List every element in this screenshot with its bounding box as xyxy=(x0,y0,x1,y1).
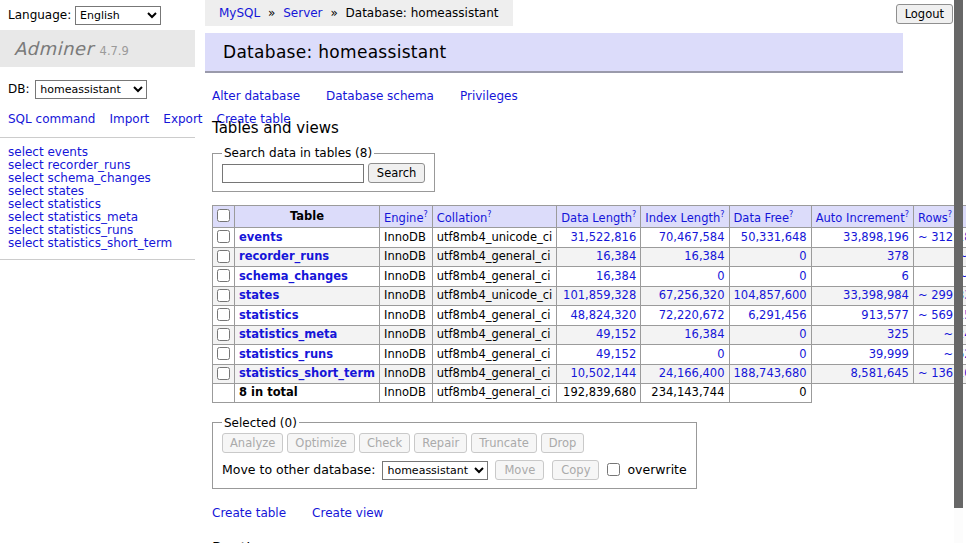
column-header-link-rows[interactable]: Rows xyxy=(918,211,948,225)
data-length-link[interactable]: 101,859,328 xyxy=(563,288,636,302)
repair-button[interactable]: Repair xyxy=(414,433,467,453)
breadcrumb-link-mysql[interactable]: MySQL xyxy=(219,6,260,20)
help-icon[interactable]: ? xyxy=(905,210,909,219)
table-link-states[interactable]: states xyxy=(239,288,279,302)
move-database-select[interactable]: homeassistant xyxy=(382,461,488,480)
table-link-statistics-short-term[interactable]: statistics_short_term xyxy=(239,366,375,380)
data-free-link[interactable]: 50,331,648 xyxy=(741,230,807,244)
data-length-link[interactable]: 10,502,144 xyxy=(570,366,636,380)
help-icon[interactable]: ? xyxy=(720,210,724,219)
breadcrumb-link-server[interactable]: Server xyxy=(283,6,322,20)
index-length-link[interactable]: 16,384 xyxy=(684,327,724,341)
data-length-link[interactable]: 16,384 xyxy=(596,269,636,283)
row-select-cell xyxy=(213,306,235,326)
scrollbar-thumb[interactable] xyxy=(954,0,963,508)
data-length-link[interactable]: 48,824,320 xyxy=(570,308,636,322)
data-length-link[interactable]: 49,152 xyxy=(596,347,636,361)
row-select-cell xyxy=(213,364,235,384)
copy-button[interactable]: Copy xyxy=(552,460,599,480)
footer-link-create-view[interactable]: Create view xyxy=(312,506,383,520)
row-checkbox[interactable] xyxy=(217,367,230,380)
analyze-button[interactable]: Analyze xyxy=(222,433,283,453)
column-header-link-data-free[interactable]: Data Free xyxy=(734,211,790,225)
data-length-link[interactable]: 31,522,816 xyxy=(570,230,636,244)
row-checkbox[interactable] xyxy=(217,230,230,243)
auto-increment-link[interactable]: 913,577 xyxy=(861,308,909,322)
sidebar-link-select-statistics-short-term[interactable]: select statistics_short_term xyxy=(8,237,187,250)
auto-increment-link[interactable]: 6 xyxy=(902,269,909,283)
help-icon[interactable]: ? xyxy=(423,210,427,219)
auto-increment-link[interactable]: 325 xyxy=(887,327,909,341)
index-length-link[interactable]: 0 xyxy=(717,269,724,283)
auto-increment-link[interactable]: 8,581,645 xyxy=(850,366,909,380)
optimize-button[interactable]: Optimize xyxy=(287,433,355,453)
auto-increment-link[interactable]: 39,999 xyxy=(869,347,909,361)
logout-button[interactable]: Logout xyxy=(896,4,953,24)
truncate-button[interactable]: Truncate xyxy=(471,433,537,453)
table-link-statistics-runs[interactable]: statistics_runs xyxy=(239,347,333,361)
select-all-checkbox[interactable] xyxy=(217,209,230,222)
check-button[interactable]: Check xyxy=(359,433,410,453)
data-free-link[interactable]: 188,743,680 xyxy=(734,366,807,380)
table-link-events[interactable]: events xyxy=(239,230,283,244)
index-length-link[interactable]: 16,384 xyxy=(684,249,724,263)
data-free-cell: 6,291,456 xyxy=(729,306,811,326)
table-name-cell: statistics_runs xyxy=(235,345,380,365)
table-total-row: 8 in totalInnoDButf8mb4_general_ci192,83… xyxy=(213,384,966,403)
auto-increment-link[interactable]: 33,898,196 xyxy=(843,230,909,244)
help-icon[interactable]: ? xyxy=(632,210,636,219)
table-link-schema-changes[interactable]: schema_changes xyxy=(239,269,348,283)
row-checkbox[interactable] xyxy=(217,269,230,282)
db-select[interactable]: homeassistant xyxy=(35,80,147,99)
data-free-link[interactable]: 6,291,456 xyxy=(748,308,807,322)
index-length-link[interactable]: 0 xyxy=(717,347,724,361)
auto-increment-link[interactable]: 378 xyxy=(887,249,909,263)
row-checkbox[interactable] xyxy=(217,308,230,321)
column-header-link-data-length[interactable]: Data Length xyxy=(561,211,632,225)
breadcrumb-separator: » xyxy=(268,6,275,20)
data-free-link[interactable]: 0 xyxy=(799,269,806,283)
action-link-alter-database[interactable]: Alter database xyxy=(212,89,300,103)
table-link-recorder-runs[interactable]: recorder_runs xyxy=(239,249,329,263)
move-button[interactable]: Move xyxy=(495,460,544,480)
data-length-cell: 48,824,320 xyxy=(557,306,641,326)
column-header-link-auto-increment[interactable]: Auto Increment xyxy=(816,211,905,225)
index-length-link[interactable]: 70,467,584 xyxy=(659,230,725,244)
menu-link-import[interactable]: Import xyxy=(109,112,149,126)
menu-link-sql-command[interactable]: SQL command xyxy=(8,112,95,126)
data-length-link[interactable]: 16,384 xyxy=(596,249,636,263)
menu-link-export[interactable]: Export xyxy=(163,112,202,126)
index-length-link[interactable]: 67,256,320 xyxy=(659,288,725,302)
table-link-statistics[interactable]: statistics xyxy=(239,308,299,322)
action-link-database-schema[interactable]: Database schema xyxy=(326,89,434,103)
drop-button[interactable]: Drop xyxy=(541,433,585,453)
column-header-link-index-length[interactable]: Index Length xyxy=(645,211,720,225)
column-header-link-collation[interactable]: Collation xyxy=(437,211,488,225)
auto-increment-cell: 6 xyxy=(811,267,913,287)
table-link-statistics-meta[interactable]: statistics_meta xyxy=(239,327,337,341)
footer-link-create-table[interactable]: Create table xyxy=(212,506,286,520)
row-checkbox[interactable] xyxy=(217,328,230,341)
search-button[interactable]: Search xyxy=(368,163,426,183)
data-free-link[interactable]: 0 xyxy=(799,327,806,341)
data-free-link[interactable]: 104,857,600 xyxy=(734,288,807,302)
language-select[interactable]: English xyxy=(75,6,161,25)
help-icon[interactable]: ? xyxy=(487,210,491,219)
help-icon[interactable]: ? xyxy=(948,210,952,219)
index-length-cell: 24,166,400 xyxy=(641,364,729,384)
row-checkbox[interactable] xyxy=(217,289,230,302)
overwrite-checkbox[interactable] xyxy=(607,463,620,476)
data-free-link[interactable]: 0 xyxy=(799,347,806,361)
index-length-link[interactable]: 24,166,400 xyxy=(659,366,725,380)
data-free-link[interactable]: 0 xyxy=(799,249,806,263)
index-length-link[interactable]: 72,220,672 xyxy=(659,308,725,322)
help-icon[interactable]: ? xyxy=(789,210,793,219)
row-checkbox[interactable] xyxy=(217,250,230,263)
data-length-link[interactable]: 49,152 xyxy=(596,327,636,341)
action-link-privileges[interactable]: Privileges xyxy=(460,89,518,103)
row-checkbox[interactable] xyxy=(217,347,230,360)
search-input[interactable] xyxy=(222,164,364,183)
auto-increment-link[interactable]: 33,398,984 xyxy=(843,288,909,302)
column-header-link-engine[interactable]: Engine xyxy=(384,211,423,225)
vertical-scrollbar[interactable] xyxy=(954,0,963,543)
